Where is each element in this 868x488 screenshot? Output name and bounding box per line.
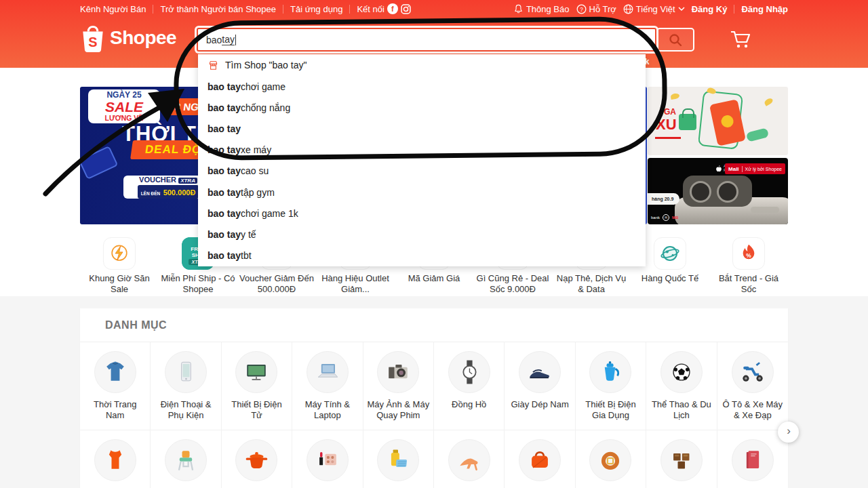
search-suggestion[interactable]: bao tay chống nắng — [198, 97, 646, 118]
notifications-link[interactable]: Thông Báo — [513, 3, 570, 14]
category-sports[interactable]: Thể Thao & Du Lịch — [646, 342, 717, 430]
search-input[interactable]: bao tay — [197, 28, 656, 52]
search-icon — [668, 33, 683, 47]
chevron-right-icon: › — [787, 424, 791, 438]
shopee-logo[interactable]: S Shopee — [80, 23, 176, 53]
register-link[interactable]: Đăng Ký — [692, 4, 728, 14]
category-bags[interactable] — [505, 430, 575, 488]
laptop-icon — [307, 351, 349, 393]
category-electronics[interactable]: Thiết Bị Điện Tử — [222, 342, 292, 430]
bank-logos: bank H MB — [651, 214, 678, 221]
shopee-bag-icon: S — [80, 23, 106, 53]
category-books[interactable] — [717, 430, 788, 488]
chocolate-icon — [660, 439, 703, 481]
suggestion-suffix: xe máy — [241, 144, 271, 155]
text-caret — [235, 35, 236, 45]
category-home-appliances[interactable]: Thiết Bị Điện Gia Dụng — [576, 342, 646, 430]
category-mom-baby[interactable] — [151, 430, 221, 488]
login-link[interactable]: Đăng Nhập — [741, 4, 788, 14]
cart-button[interactable] — [730, 30, 753, 52]
global-icon — [654, 237, 686, 270]
suggestion-suffix: tbt — [241, 250, 252, 261]
category-health[interactable] — [363, 430, 434, 488]
kettle-icon — [589, 351, 631, 393]
category-beauty[interactable] — [292, 430, 363, 488]
topbar-link-download-app[interactable]: Tải ứng dụng — [290, 4, 342, 14]
suggestion-suffix: y tế — [241, 229, 256, 240]
search-suggestion[interactable]: bao tay xe máy — [198, 140, 646, 161]
category-men-fashion[interactable]: Thời Trang Nam — [80, 342, 151, 430]
quick-link-label: Hàng Hiệu Outlet Giảm... — [316, 273, 395, 295]
search-suggestion[interactable]: bao tay tập gym — [198, 182, 646, 203]
category-women-fashion[interactable] — [80, 430, 151, 488]
shop-suggestion-label: Tìm Shop "bao tay" — [225, 60, 307, 70]
instagram-icon[interactable] — [401, 4, 411, 14]
search-suggestion[interactable]: bao tay chơi game 1k — [198, 203, 646, 224]
search-suggestion[interactable]: bao tay tbt — [198, 245, 646, 266]
next-categories-button[interactable]: › — [778, 422, 799, 443]
promo-text-fragment: GA — [664, 107, 676, 117]
suggestion-prefix: bao tay — [208, 102, 241, 113]
quick-link-label: Khung Giờ Săn Sale — [80, 273, 159, 295]
quick-link-label: Bắt Trend - Giá Sốc — [709, 273, 788, 295]
baby-chair-icon — [165, 439, 207, 481]
handbag-icon — [519, 439, 561, 481]
category-groceries[interactable] — [646, 430, 717, 488]
category-accessories[interactable] — [576, 430, 646, 488]
facebook-icon[interactable]: f — [387, 3, 398, 14]
tv-icon — [235, 351, 277, 393]
quick-link-label: Mã Giảm Giá — [406, 273, 462, 284]
category-vehicles[interactable]: Ô Tô & Xe Máy & Xe Đạp — [717, 342, 788, 430]
underline-graphic — [655, 137, 681, 139]
category-watches[interactable]: Đồng Hồ — [434, 342, 505, 430]
category-cameras[interactable]: Máy Ảnh & Máy Quay Phim — [363, 342, 434, 430]
phone-icon — [165, 351, 207, 393]
category-computers[interactable]: Máy Tính & Laptop — [292, 342, 363, 430]
help-link[interactable]: ? Hỗ Trợ — [576, 4, 616, 14]
suggestion-prefix: bao tay — [208, 81, 241, 92]
book-icon — [732, 439, 774, 481]
quick-link-flash-sale[interactable]: Khung Giờ Săn Sale — [80, 237, 159, 295]
help-label: Hỗ Trợ — [589, 4, 616, 14]
quick-link-trend[interactable]: % Bắt Trend - Giá Sốc — [709, 237, 788, 295]
brand-name: Shopee — [110, 23, 176, 53]
categories-row-1: Thời Trang Nam Điện Thoại & Phụ Kiện Thi… — [80, 342, 788, 430]
suggestion-prefix: bao tay — [208, 187, 241, 198]
shoes-icon — [519, 351, 561, 393]
pot-icon — [235, 439, 277, 481]
side-banner-card-promo[interactable]: GA XU — [648, 87, 788, 155]
launch-date-pill: hàng 20.9 — [648, 193, 679, 205]
suggestion-suffix: chơi game — [241, 81, 285, 92]
category-phones[interactable]: Điện Thoại & Phụ Kiện — [151, 342, 221, 430]
hd-bank-icon: H — [663, 214, 669, 221]
categories-section: DANH MỤC Thời Trang Nam Điện Thoại & Phụ… — [80, 308, 788, 488]
suggestion-suffix: chống nắng — [241, 102, 290, 113]
language-select[interactable]: Tiếng Việt — [623, 4, 685, 14]
topbar-link-connect[interactable]: Kết nối — [357, 4, 384, 14]
trend-icon: % — [732, 237, 765, 270]
storefront-icon — [208, 60, 219, 71]
search-shop-suggestion[interactable]: Tìm Shop "bao tay" — [198, 54, 646, 76]
mall-badge: MallXử lý bởi Shopee — [725, 163, 785, 174]
topbar-link-become-seller[interactable]: Trở thành Người bán Shopee — [160, 4, 276, 14]
category-men-shoes[interactable]: Giày Dép Nam — [505, 342, 575, 430]
search-suggestion[interactable]: bao tay y tế — [198, 224, 646, 245]
category-women-shoes[interactable] — [434, 430, 505, 488]
cart-icon — [730, 30, 751, 50]
search-composing-text: tay — [222, 34, 235, 45]
search-suggestion[interactable]: bao tay — [198, 118, 646, 139]
search-button[interactable] — [656, 28, 694, 52]
apple-logo-icon — [715, 165, 722, 172]
category-home-living[interactable] — [222, 430, 292, 488]
topbar-link-seller-channel[interactable]: Kênh Người Bán — [80, 4, 146, 14]
search-suggestion[interactable]: bao tay cao su — [198, 161, 646, 182]
search-value: bao — [206, 35, 222, 45]
divider — [283, 5, 283, 14]
quick-link-label: Voucher Giảm Đến 500.000Đ — [237, 273, 316, 295]
camera-lens-graphic — [717, 181, 738, 203]
card-graphic — [80, 146, 118, 180]
promo-text-fragment: XU — [656, 116, 677, 134]
side-banner-iphone[interactable]: Authorized Reseller MallXử lý bởi Shopee… — [648, 158, 788, 224]
search-suggestion[interactable]: bao tay chơi game — [198, 76, 646, 97]
football-icon — [660, 351, 703, 393]
